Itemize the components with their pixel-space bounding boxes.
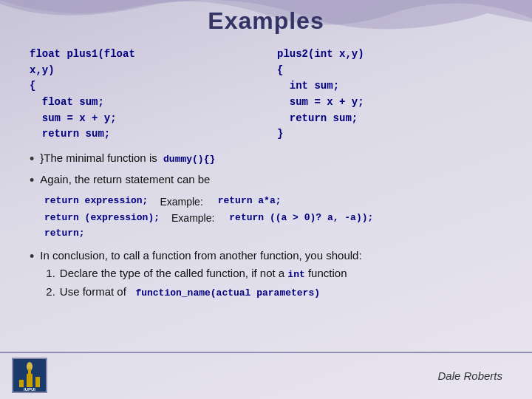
return-expr-code: return expression; (44, 194, 148, 209)
numbered-item-1: 1. Declare the type of the called functi… (46, 265, 361, 282)
svg-text:IUPUI: IUPUI (24, 387, 35, 392)
logo-area: IUPUI (12, 358, 47, 393)
code-right-line5: return sum; (277, 112, 358, 124)
iupui-logo: IUPUI (12, 358, 47, 393)
return-example-row-1: return expression; Example: return a*a; (44, 194, 502, 210)
bullet-dot-1: • (30, 150, 34, 168)
num-2: 2. (46, 284, 55, 299)
content-area: float plus1(float x,y) { float sum; sum … (0, 41, 532, 352)
bullet-3-content: In conclusion, to call a function from a… (40, 248, 361, 300)
code-right-line1: plus2(int x,y) (277, 48, 364, 60)
return-example-row-3: return; (44, 226, 502, 242)
slide: Examples float plus1(float x,y) { float … (0, 0, 532, 399)
bullet-dot-2: • (30, 171, 34, 190)
return-paren-example: return ((a > 0)? a, -a)); (229, 211, 373, 226)
bullet-item-3: • In conclusion, to call a function from… (30, 248, 502, 300)
function-format-code: function_name(actual parameters) (135, 287, 320, 299)
bullet-text-1: }The minimal function is dummy(){} (40, 150, 215, 166)
code-right-line6: } (277, 128, 283, 140)
return-expr-desc: Example: (160, 194, 205, 210)
bullet-text-2: Again, the return statement can be (40, 171, 210, 187)
dummy-code: dummy(){} (163, 154, 215, 165)
code-left-line2: x,y) (30, 64, 55, 76)
code-block-right: plus2(int x,y) { int sum; sum = x + y; r… (277, 47, 502, 143)
bottom-bar: IUPUI Dale Roberts (0, 352, 532, 399)
author-name: Dale Roberts (437, 369, 502, 382)
logo-svg: IUPUI (13, 359, 46, 392)
bullet-item-2: • Again, the return statement can be (30, 171, 502, 190)
code-block-left: float plus1(float x,y) { float sum; sum … (30, 47, 255, 143)
code-right-line3: int sum; (277, 80, 339, 92)
bullet-item-1: • }The minimal function is dummy(){} (30, 150, 502, 168)
svg-rect-3 (35, 377, 40, 387)
svg-rect-5 (28, 369, 31, 375)
return-example-row-2: return (expression); Example: return ((a… (44, 210, 502, 226)
return-paren-code: return (expression); (44, 211, 160, 226)
bullet-3-intro: In conclusion, to call a function from a… (40, 248, 361, 263)
bullet-dot-3: • (30, 248, 34, 266)
slide-title: Examples (0, 7, 532, 35)
int-code: int (287, 269, 304, 280)
title-bar: Examples (0, 0, 532, 41)
code-left-line1: float plus1(float (30, 48, 135, 60)
numbered-text-2: Use format of function_name(actual param… (60, 284, 320, 300)
num-1: 1. (46, 265, 55, 281)
code-left-line4: float sum; (30, 96, 104, 108)
code-left-line3: { (30, 80, 35, 92)
code-right-line4: sum = x + y; (277, 96, 364, 108)
numbered-item-2: 2. Use format of function_name(actual pa… (46, 284, 361, 300)
return-examples: return expression; Example: return a*a; … (44, 194, 502, 242)
svg-rect-2 (27, 374, 33, 387)
return-paren-desc: Example: (171, 210, 217, 226)
return-bare-code: return; (44, 226, 85, 242)
code-columns: float plus1(float x,y) { float sum; sum … (30, 47, 502, 143)
return-expr-example: return a*a; (218, 194, 282, 209)
code-left-line6: return sum; (30, 128, 110, 140)
svg-rect-1 (19, 380, 24, 387)
code-left-line5: sum = x + y; (30, 112, 117, 124)
code-right-line2: { (277, 64, 283, 76)
numbered-text-1: Declare the type of the called function,… (60, 265, 347, 282)
